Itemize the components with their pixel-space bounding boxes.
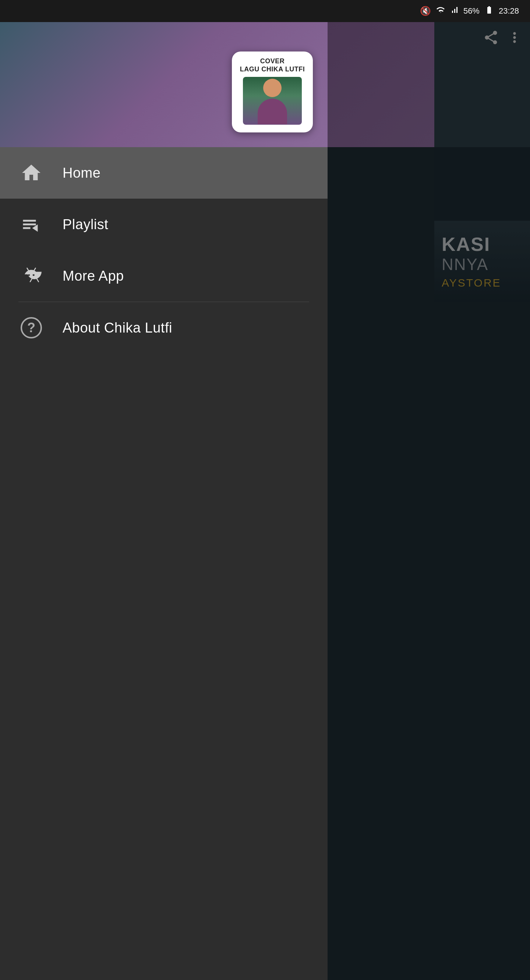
android-icon <box>18 263 44 289</box>
battery-icon <box>484 6 494 17</box>
playlist-icon <box>18 212 44 237</box>
nav-items: Home Playlist More App ? <box>0 147 327 980</box>
status-bar: 🔇 56% 23:28 <box>0 0 530 22</box>
app-cover-card: COVER LAGU CHIKA LUTFI <box>232 51 313 132</box>
question-circle-icon: ? <box>21 317 42 339</box>
person-body <box>258 99 287 124</box>
home-icon <box>18 160 44 186</box>
signal-icon <box>450 6 459 17</box>
wifi-icon <box>436 6 446 17</box>
nav-label-home: Home <box>62 165 101 181</box>
nav-item-more-app[interactable]: More App <box>0 250 327 302</box>
help-icon: ? <box>18 315 44 340</box>
person-head <box>263 79 282 97</box>
person-figure <box>256 79 289 123</box>
nav-item-playlist[interactable]: Playlist <box>0 199 327 250</box>
mute-icon: 🔇 <box>420 6 431 16</box>
app-cover-title: COVER LAGU CHIKA LUTFI <box>240 57 305 73</box>
drawer-header: COVER LAGU CHIKA LUTFI <box>0 22 327 147</box>
nav-label-more-app: More App <box>62 268 124 284</box>
nav-item-home[interactable]: Home <box>0 147 327 199</box>
nav-label-playlist: Playlist <box>62 217 108 232</box>
battery-text: 56% <box>463 6 480 16</box>
nav-drawer: COVER LAGU CHIKA LUTFI Home <box>0 22 327 980</box>
nav-item-about[interactable]: ? About Chika Lutfi <box>0 302 327 353</box>
nav-label-about: About Chika Lutfi <box>62 320 172 336</box>
time-text: 23:28 <box>499 6 519 16</box>
app-cover-image <box>243 77 302 125</box>
